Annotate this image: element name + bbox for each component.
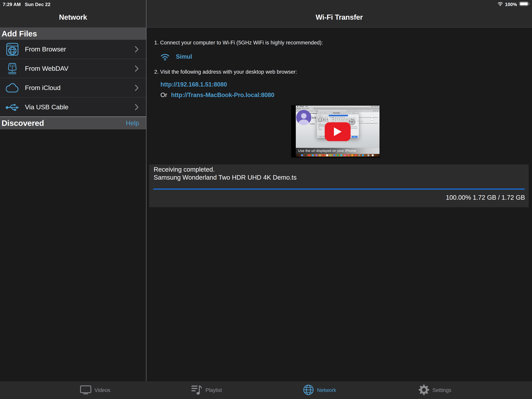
video-avatar (296, 110, 311, 125)
dialog-checkbox (318, 136, 319, 137)
section-header-add-files: Add Files (0, 28, 146, 40)
transfer-progress-bar (153, 189, 525, 190)
dock-app-icon (326, 154, 328, 156)
dialog-toolbar: Downloads Search (317, 111, 359, 114)
status-date: Sun Dec 22 (25, 2, 51, 7)
sidebar-item-label: From Browser (25, 40, 66, 59)
transfer-progress-text: 100.00% 1.72 GB / 1.72 GB (446, 194, 525, 201)
sidebar-item-from-webdav[interactable]: From WebDAV (0, 59, 146, 78)
chevron-right-icon (135, 40, 139, 59)
dock-app-icon (301, 154, 303, 156)
status-left: 7:29 AM Sun Dec 22 (3, 2, 51, 7)
menubar-app: Firefox (300, 106, 304, 107)
sidebar-title: Network (0, 14, 146, 21)
alternate-address-row: Or http://Trans-MacBook-Pro.local:8080 (160, 91, 274, 99)
help-link[interactable]: Help (126, 119, 139, 127)
new-tab-icon: + (314, 108, 315, 109)
transfer-address-link[interactable]: http://192.168.1.51:8080 (160, 81, 227, 88)
dock-app-icon (362, 154, 364, 156)
tab-label: Playlist (205, 387, 222, 393)
page-fragment-subtext: k space (310, 123, 315, 124)
wifi-network-icon (160, 54, 170, 62)
dock-app-icon (319, 154, 321, 156)
video-frame: ad video/audi os & Au k space Firefox Ed… (296, 106, 380, 157)
chevron-right-icon (135, 78, 139, 97)
menubar-clock: Mon 2:38 PM (371, 106, 379, 107)
status-right: 100% (498, 1, 529, 7)
app-root: 7:29 AM Sun Dec 22 100% Network Wi-Fi Tr… (0, 0, 532, 399)
video-macos-dock (296, 154, 380, 157)
tab-label: Settings (432, 387, 451, 393)
transfer-address-alt-link[interactable]: http://Trans-MacBook-Pro.local:8080 (171, 91, 274, 99)
tab-playlist[interactable]: Playlist (191, 381, 222, 399)
transfer-status-panel: Receiving completed. Samsung Wonderland … (149, 164, 529, 207)
tab-label: Network (317, 387, 336, 393)
dock-app-icon (348, 154, 349, 156)
transfer-status-text: Receiving completed. (154, 165, 297, 174)
dock-app-icon (355, 154, 357, 156)
add-files-list: From Browser From WebDAV From iCloud Via… (0, 40, 146, 116)
sidebar-item-label: Via USB Cable (25, 98, 69, 116)
video-caption-bar: Use the url displayed on your iPhone (296, 148, 380, 154)
wifi-status-icon (498, 2, 503, 7)
chevron-right-icon (135, 59, 139, 78)
chevron-right-icon (135, 98, 139, 116)
or-label: Or (160, 91, 167, 99)
display-icon (80, 385, 91, 395)
dock-app-icon (312, 154, 314, 156)
video-caption-text: Use the url displayed on your iPhone (296, 149, 356, 153)
sidebar-item-label: From iCloud (25, 78, 61, 97)
instruction-step-1: 1. Connect your computer to Wi-Fi (5GHz … (154, 39, 323, 46)
globe-icon (303, 384, 314, 396)
dock-app-icon (340, 154, 342, 156)
tab-label: Videos (95, 387, 110, 393)
video-macos-menubar: Firefox Edit Mon 2:38 PM (296, 106, 380, 107)
status-time: 7:29 AM (3, 2, 21, 7)
tab-videos[interactable]: Videos (80, 381, 110, 399)
dock-app-icon (372, 154, 374, 156)
tutorial-video-player[interactable]: ad video/audi os & Au k space Firefox Ed… (291, 105, 380, 158)
apple-logo-icon (297, 106, 298, 107)
dock-app-icon (308, 154, 310, 156)
tab-settings[interactable]: Settings (418, 381, 451, 399)
playlist-icon (191, 385, 202, 396)
video-overlay-title: Web Browser ... (316, 115, 363, 122)
dock-app-icon (330, 154, 332, 156)
dock-app-icon (316, 154, 317, 156)
transfer-file-name: Samsung Wonderland Two HDR UHD 4K Demo.t… (154, 174, 297, 181)
dock-app-icon (358, 154, 360, 156)
dock-app-icon (323, 154, 324, 156)
battery-percent: 100% (505, 2, 517, 7)
video-play-button[interactable] (325, 122, 350, 141)
webdav-icon (6, 59, 19, 78)
sidebar-item-from-icloud[interactable]: From iCloud (0, 78, 146, 98)
main-title: Wi-Fi Transfer (146, 14, 532, 21)
usb-icon (6, 98, 19, 116)
dock-app-icon (304, 154, 306, 156)
dialog-search: Search (350, 112, 358, 114)
cloud-icon (6, 78, 19, 97)
dock-app-icon (333, 154, 335, 156)
battery-icon (519, 1, 529, 7)
dialog-folder: Downloads (333, 112, 340, 114)
tab-network[interactable]: Network (303, 381, 336, 399)
wifi-network-name[interactable]: Simul (176, 53, 192, 60)
sidebar-item-via-usb-cable[interactable]: Via USB Cable (0, 98, 146, 116)
sidebar-item-from-browser[interactable]: From Browser (0, 40, 146, 59)
section-header-label: Discovered (0, 119, 44, 128)
tab-bar: Videos Playlist Network Settings (0, 381, 532, 399)
dock-app-icon (337, 154, 339, 156)
video-more-icon[interactable] (371, 116, 373, 123)
dock-app-icon (344, 154, 346, 156)
section-header-discovered: Discovered Help (0, 117, 146, 129)
dock-app-icon (367, 154, 369, 156)
video-browser-tabstrip: Wi-Fi Transfer× + (296, 107, 380, 110)
browser-toolbar-icons (373, 110, 378, 111)
sidebar-item-label: From WebDAV (25, 59, 68, 78)
browser-icon (6, 40, 19, 59)
section-header-label: Add Files (0, 29, 37, 38)
split-view-divider (146, 0, 146, 381)
instruction-step-2: 2. Visit the following address with your… (154, 69, 297, 75)
traffic-lights (297, 108, 300, 109)
menubar-item: Edit (305, 106, 308, 107)
